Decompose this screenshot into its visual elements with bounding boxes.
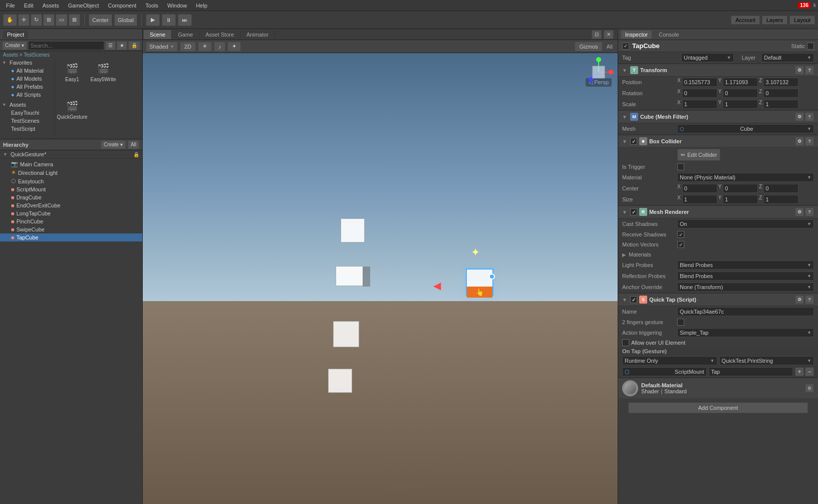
hand-tool-btn[interactable]: ✋ bbox=[3, 14, 17, 26]
center-z-field[interactable] bbox=[763, 184, 798, 193]
cube-3[interactable] bbox=[333, 321, 359, 347]
project-filter-btn[interactable]: ★ bbox=[117, 41, 127, 50]
test-script-item[interactable]: TestScript bbox=[0, 125, 55, 133]
gizmos-btn[interactable]: Gizmos bbox=[575, 42, 602, 52]
play-btn[interactable]: ▶ bbox=[146, 14, 160, 26]
static-checkbox[interactable] bbox=[807, 43, 814, 50]
easy-touch-item[interactable]: EasyTouchi bbox=[0, 109, 55, 117]
rot-y-field[interactable] bbox=[723, 89, 758, 98]
qt-name-field[interactable] bbox=[677, 307, 814, 316]
mesh-dropdown[interactable]: ⬡ Cube ▼ bbox=[677, 124, 814, 133]
quick-tap-enable-checkbox[interactable] bbox=[630, 296, 637, 303]
scene-gizmo[interactable] bbox=[584, 57, 614, 87]
dragcube-item[interactable]: ■ DragCube bbox=[0, 193, 142, 201]
console-tab[interactable]: Console bbox=[655, 31, 683, 39]
easy5write-item[interactable]: 🎬 Easy5Write bbox=[88, 61, 118, 97]
test-scenes-item[interactable]: TestScenes bbox=[0, 117, 55, 125]
size-y-field[interactable] bbox=[723, 195, 758, 204]
layout-btn[interactable]: Layout bbox=[789, 16, 815, 25]
reflection-probes-dropdown[interactable]: Blend Probes ▼ bbox=[677, 272, 814, 281]
swipecube-item[interactable]: ■ SwipeCube bbox=[0, 225, 142, 233]
layers-btn[interactable]: Layers bbox=[762, 16, 787, 25]
longtapcube-item[interactable]: ■ LongTapCube bbox=[0, 209, 142, 217]
all-materials-item[interactable]: ● All Material bbox=[0, 67, 55, 75]
gameobj-active-checkbox[interactable] bbox=[622, 43, 629, 50]
qt-two-fingers-checkbox[interactable] bbox=[677, 319, 684, 326]
fx-btn[interactable]: ✦ bbox=[227, 42, 241, 52]
menu-gameobject[interactable]: GameObject bbox=[64, 2, 103, 10]
box-collider-help-btn[interactable]: ? bbox=[805, 137, 814, 146]
collider-material-dropdown[interactable]: None (Physic Material) ▼ bbox=[677, 173, 814, 182]
center-y-field[interactable] bbox=[723, 184, 758, 193]
asset-store-tab[interactable]: Asset Store bbox=[199, 30, 240, 39]
breadcrumb-assets[interactable]: Assets bbox=[3, 52, 18, 58]
cast-shadows-dropdown[interactable]: On ▼ bbox=[677, 219, 814, 228]
mesh-renderer-enable-checkbox[interactable] bbox=[630, 208, 637, 215]
menu-window[interactable]: Window bbox=[163, 2, 191, 10]
project-search-input[interactable] bbox=[28, 41, 104, 50]
motion-vectors-checkbox[interactable] bbox=[677, 241, 684, 248]
tap-function-field[interactable] bbox=[709, 367, 793, 376]
project-create-btn[interactable]: Create ▾ bbox=[2, 41, 27, 50]
hierarchy-create-btn[interactable]: Create ▾ bbox=[101, 140, 126, 149]
size-z-field[interactable] bbox=[763, 195, 798, 204]
tapcube-item[interactable]: ■ TapCube bbox=[0, 233, 142, 241]
box-collider-header[interactable]: ▼ ■ Box Collider ⚙ ? bbox=[618, 134, 818, 148]
account-btn[interactable]: Account bbox=[731, 16, 760, 25]
box-collider-menu-btn[interactable]: ⚙ bbox=[795, 137, 804, 146]
scene-maximize-btn[interactable]: ⊡ bbox=[592, 30, 602, 39]
quick-tap-help-btn[interactable]: ? bbox=[805, 295, 814, 304]
box-collider-enable-checkbox[interactable] bbox=[630, 138, 637, 145]
runtime-only-dropdown[interactable]: Runtime Only ▼ bbox=[622, 356, 717, 365]
move-tool-btn[interactable]: ✛ bbox=[18, 14, 30, 26]
step-btn[interactable]: ⏭ bbox=[178, 14, 192, 26]
quick-tap-header[interactable]: ▼ S Quick Tap (Script) ⚙ ? bbox=[618, 293, 818, 306]
add-script-row-btn[interactable]: + bbox=[795, 367, 804, 376]
qt-action-trigger-dropdown[interactable]: Simple_Tap ▼ bbox=[677, 328, 814, 337]
lights-btn[interactable]: ☀ bbox=[198, 42, 212, 52]
scene-tab[interactable]: Scene bbox=[144, 30, 172, 39]
rot-z-field[interactable] bbox=[763, 89, 798, 98]
mesh-filter-header[interactable]: ▼ M Cube (Mesh Filter) ⚙ ? bbox=[618, 110, 818, 123]
menu-edit[interactable]: Edit bbox=[20, 2, 38, 10]
receive-shadows-checkbox[interactable] bbox=[677, 231, 684, 238]
all-models-item[interactable]: ● All Models bbox=[0, 75, 55, 83]
pos-z-field[interactable] bbox=[763, 78, 798, 87]
cube-1[interactable] bbox=[341, 218, 365, 242]
inspector-tab[interactable]: Inspector bbox=[621, 31, 652, 39]
breadcrumb-testscenes[interactable]: TestScenes bbox=[24, 52, 50, 58]
transform-tool-btn[interactable]: ⊠ bbox=[69, 14, 80, 26]
pos-y-field[interactable] bbox=[723, 78, 758, 87]
hierarchy-all-btn[interactable]: All bbox=[128, 140, 139, 149]
quick-gesture-item[interactable]: 🎬 QuickGesture bbox=[57, 98, 87, 135]
transform-section-header[interactable]: ▼ T Transform ⚙ ? bbox=[618, 63, 818, 77]
quick-tap-menu-btn[interactable]: ⚙ bbox=[795, 295, 804, 304]
scriptmount-dropdown[interactable]: ⬡ ScriptMount bbox=[622, 367, 707, 376]
center-btn[interactable]: Center bbox=[89, 14, 112, 26]
project-lock-btn[interactable]: 🔒 bbox=[128, 41, 140, 50]
tag-dropdown[interactable]: Untagged ▼ bbox=[681, 53, 734, 62]
scriptmount-item[interactable]: ■ ScriptMount bbox=[0, 185, 142, 193]
mesh-filter-menu-btn[interactable]: ⚙ bbox=[795, 112, 804, 121]
shaded-dropdown[interactable]: Shaded ▼ bbox=[146, 42, 178, 52]
menu-assets[interactable]: Assets bbox=[39, 2, 63, 10]
rect-tool-btn[interactable]: ▭ bbox=[56, 14, 68, 26]
menu-tools[interactable]: Tools bbox=[141, 2, 162, 10]
cube-2[interactable] bbox=[336, 266, 363, 286]
all-prefabs-item[interactable]: ● All Prefabs bbox=[0, 83, 55, 91]
scale-z-field[interactable] bbox=[763, 100, 798, 109]
edit-collider-btn[interactable]: ✏ Edit Collider bbox=[677, 149, 720, 161]
project-view-btn[interactable]: ☰ bbox=[105, 41, 116, 50]
center-x-field[interactable] bbox=[682, 184, 717, 193]
allow-ui-checkbox[interactable] bbox=[622, 339, 629, 346]
anchor-override-dropdown[interactable]: None (Transform) ▼ bbox=[677, 283, 814, 292]
mesh-renderer-menu-btn[interactable]: ⚙ bbox=[795, 207, 804, 216]
audio-btn[interactable]: ♪ bbox=[214, 42, 226, 52]
rot-x-field[interactable] bbox=[682, 89, 717, 98]
mesh-filter-help-btn[interactable]: ? bbox=[805, 112, 814, 121]
rotate-tool-btn[interactable]: ↻ bbox=[31, 14, 42, 26]
endoverexitcube-item[interactable]: ■ EndOverExitCube bbox=[0, 201, 142, 209]
menu-help[interactable]: Help bbox=[192, 2, 211, 10]
animator-tab[interactable]: Animator bbox=[240, 30, 275, 39]
pos-x-field[interactable] bbox=[682, 78, 717, 87]
